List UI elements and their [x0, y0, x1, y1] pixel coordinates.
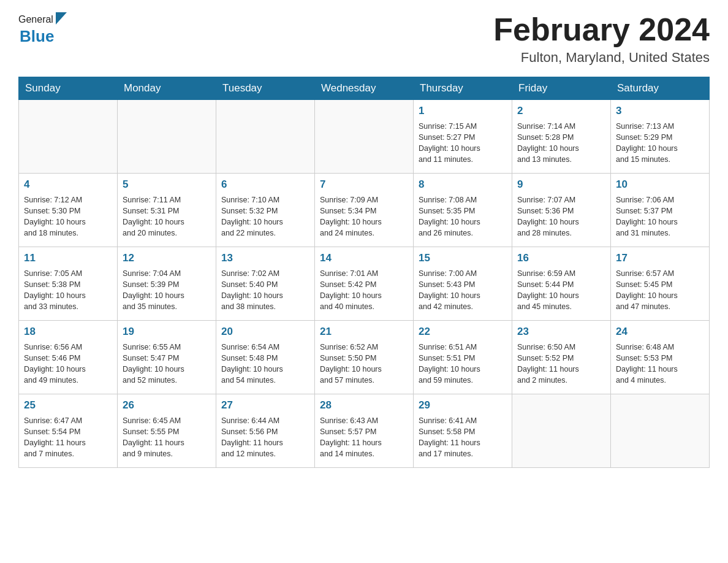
- day-number: 3: [616, 104, 704, 119]
- day-info: Sunrise: 6:59 AMSunset: 5:44 PMDaylight:…: [517, 268, 605, 313]
- calendar-cell: 19Sunrise: 6:55 AMSunset: 5:47 PMDayligh…: [118, 321, 216, 394]
- calendar-cell: 20Sunrise: 6:54 AMSunset: 5:48 PMDayligh…: [216, 321, 315, 394]
- day-number: 28: [320, 398, 408, 413]
- calendar-cell: 18Sunrise: 6:56 AMSunset: 5:46 PMDayligh…: [19, 321, 118, 394]
- day-info: Sunrise: 7:06 AMSunset: 5:37 PMDaylight:…: [616, 194, 704, 239]
- calendar-cell: 1Sunrise: 7:15 AMSunset: 5:27 PMDaylight…: [414, 100, 512, 174]
- day-number: 9: [517, 177, 605, 193]
- calendar-cell: 26Sunrise: 6:45 AMSunset: 5:55 PMDayligh…: [118, 394, 216, 468]
- day-number: 17: [616, 251, 704, 266]
- day-info: Sunrise: 6:44 AMSunset: 5:56 PMDaylight:…: [221, 415, 309, 460]
- day-number: 19: [123, 324, 211, 340]
- day-info: Sunrise: 7:12 AMSunset: 5:30 PMDaylight:…: [24, 194, 112, 239]
- calendar-cell: [216, 100, 315, 174]
- day-info: Sunrise: 7:15 AMSunset: 5:27 PMDaylight:…: [419, 121, 507, 166]
- day-info: Sunrise: 7:05 AMSunset: 5:38 PMDaylight:…: [24, 268, 112, 313]
- day-number: 6: [221, 177, 309, 193]
- weekday-header-saturday: Saturday: [611, 77, 710, 100]
- day-number: 23: [517, 324, 605, 340]
- day-number: 27: [221, 398, 309, 413]
- weekday-header-tuesday: Tuesday: [216, 77, 315, 100]
- calendar-cell: 21Sunrise: 6:52 AMSunset: 5:50 PMDayligh…: [315, 321, 414, 394]
- day-number: 14: [320, 251, 408, 266]
- day-info: Sunrise: 7:07 AMSunset: 5:36 PMDaylight:…: [517, 194, 605, 239]
- calendar-cell: 9Sunrise: 7:07 AMSunset: 5:36 PMDaylight…: [512, 174, 611, 247]
- day-number: 26: [123, 398, 211, 413]
- calendar-cell: 25Sunrise: 6:47 AMSunset: 5:54 PMDayligh…: [19, 394, 118, 468]
- day-number: 5: [123, 177, 211, 193]
- day-number: 18: [24, 324, 112, 340]
- calendar-cell: 6Sunrise: 7:10 AMSunset: 5:32 PMDaylight…: [216, 174, 315, 247]
- calendar-week-4: 18Sunrise: 6:56 AMSunset: 5:46 PMDayligh…: [19, 321, 710, 394]
- day-info: Sunrise: 7:01 AMSunset: 5:42 PMDaylight:…: [320, 268, 408, 313]
- calendar-cell: 13Sunrise: 7:02 AMSunset: 5:40 PMDayligh…: [216, 247, 315, 321]
- weekday-header-thursday: Thursday: [414, 77, 512, 100]
- day-number: 4: [24, 177, 112, 193]
- day-number: 11: [24, 251, 112, 266]
- day-info: Sunrise: 6:48 AMSunset: 5:53 PMDaylight:…: [616, 342, 704, 386]
- calendar-cell: [611, 394, 710, 468]
- day-info: Sunrise: 6:55 AMSunset: 5:47 PMDaylight:…: [123, 342, 211, 386]
- day-info: Sunrise: 6:57 AMSunset: 5:45 PMDaylight:…: [616, 268, 704, 313]
- calendar-cell: 16Sunrise: 6:59 AMSunset: 5:44 PMDayligh…: [512, 247, 611, 321]
- page-header: General Blue February 2024 Fulton, Maryl…: [18, 12, 710, 66]
- calendar-cell: 4Sunrise: 7:12 AMSunset: 5:30 PMDaylight…: [19, 174, 118, 247]
- calendar-cell: 28Sunrise: 6:43 AMSunset: 5:57 PMDayligh…: [315, 394, 414, 468]
- day-number: 10: [616, 177, 704, 193]
- calendar-cell: 15Sunrise: 7:00 AMSunset: 5:43 PMDayligh…: [414, 247, 512, 321]
- location-text: Fulton, Maryland, United States: [493, 50, 710, 66]
- day-info: Sunrise: 7:11 AMSunset: 5:31 PMDaylight:…: [123, 194, 211, 239]
- day-info: Sunrise: 7:02 AMSunset: 5:40 PMDaylight:…: [221, 268, 309, 313]
- day-info: Sunrise: 6:43 AMSunset: 5:57 PMDaylight:…: [320, 415, 408, 460]
- day-number: 22: [419, 324, 507, 340]
- calendar-cell: 3Sunrise: 7:13 AMSunset: 5:29 PMDaylight…: [611, 100, 710, 174]
- calendar-week-5: 25Sunrise: 6:47 AMSunset: 5:54 PMDayligh…: [19, 394, 710, 468]
- calendar-cell: 10Sunrise: 7:06 AMSunset: 5:37 PMDayligh…: [611, 174, 710, 247]
- calendar-cell: 23Sunrise: 6:50 AMSunset: 5:52 PMDayligh…: [512, 321, 611, 394]
- calendar-cell: 5Sunrise: 7:11 AMSunset: 5:31 PMDaylight…: [118, 174, 216, 247]
- day-info: Sunrise: 6:52 AMSunset: 5:50 PMDaylight:…: [320, 342, 408, 386]
- day-info: Sunrise: 6:56 AMSunset: 5:46 PMDaylight:…: [24, 342, 112, 386]
- day-number: 7: [320, 177, 408, 193]
- day-number: 25: [24, 398, 112, 413]
- title-block: February 2024 Fulton, Maryland, United S…: [493, 12, 710, 66]
- day-number: 16: [517, 251, 605, 266]
- calendar-cell: 11Sunrise: 7:05 AMSunset: 5:38 PMDayligh…: [19, 247, 118, 321]
- day-info: Sunrise: 7:13 AMSunset: 5:29 PMDaylight:…: [616, 121, 704, 166]
- calendar-cell: [512, 394, 611, 468]
- day-number: 1: [419, 104, 507, 119]
- day-info: Sunrise: 6:41 AMSunset: 5:58 PMDaylight:…: [419, 415, 507, 460]
- arrow-svg: [56, 12, 67, 25]
- calendar-cell: [19, 100, 118, 174]
- calendar-cell: 27Sunrise: 6:44 AMSunset: 5:56 PMDayligh…: [216, 394, 315, 468]
- svg-marker-0: [56, 12, 67, 25]
- day-number: 21: [320, 324, 408, 340]
- day-info: Sunrise: 6:50 AMSunset: 5:52 PMDaylight:…: [517, 342, 605, 386]
- logo: General Blue: [18, 12, 67, 46]
- weekday-header-sunday: Sunday: [19, 77, 118, 100]
- day-info: Sunrise: 7:00 AMSunset: 5:43 PMDaylight:…: [419, 268, 507, 313]
- day-info: Sunrise: 6:45 AMSunset: 5:55 PMDaylight:…: [123, 415, 211, 460]
- calendar-cell: 8Sunrise: 7:08 AMSunset: 5:35 PMDaylight…: [414, 174, 512, 247]
- day-info: Sunrise: 7:10 AMSunset: 5:32 PMDaylight:…: [221, 194, 309, 239]
- day-number: 8: [419, 177, 507, 193]
- month-title: February 2024: [493, 12, 710, 47]
- day-number: 2: [517, 104, 605, 119]
- day-info: Sunrise: 6:54 AMSunset: 5:48 PMDaylight:…: [221, 342, 309, 386]
- calendar-cell: 14Sunrise: 7:01 AMSunset: 5:42 PMDayligh…: [315, 247, 414, 321]
- day-info: Sunrise: 7:08 AMSunset: 5:35 PMDaylight:…: [419, 194, 507, 239]
- calendar-cell: 24Sunrise: 6:48 AMSunset: 5:53 PMDayligh…: [611, 321, 710, 394]
- day-number: 12: [123, 251, 211, 266]
- calendar-week-3: 11Sunrise: 7:05 AMSunset: 5:38 PMDayligh…: [19, 247, 710, 321]
- weekday-header-wednesday: Wednesday: [315, 77, 414, 100]
- weekday-header-row: SundayMondayTuesdayWednesdayThursdayFrid…: [19, 77, 710, 100]
- day-number: 20: [221, 324, 309, 340]
- logo-blue-text: Blue: [20, 27, 54, 45]
- day-number: 24: [616, 324, 704, 340]
- day-number: 15: [419, 251, 507, 266]
- calendar-cell: [315, 100, 414, 174]
- day-info: Sunrise: 6:51 AMSunset: 5:51 PMDaylight:…: [419, 342, 507, 386]
- calendar-cell: 7Sunrise: 7:09 AMSunset: 5:34 PMDaylight…: [315, 174, 414, 247]
- weekday-header-friday: Friday: [512, 77, 611, 100]
- day-info: Sunrise: 7:04 AMSunset: 5:39 PMDaylight:…: [123, 268, 211, 313]
